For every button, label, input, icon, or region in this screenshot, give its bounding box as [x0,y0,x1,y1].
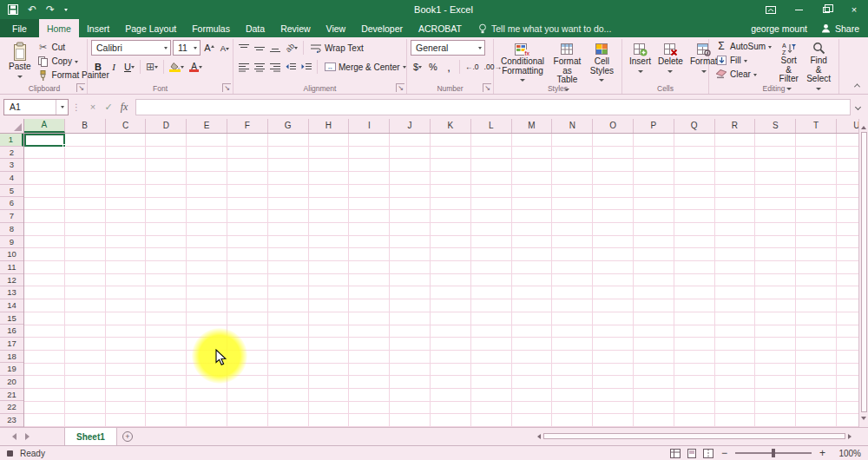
wrap-text-button[interactable]: Wrap Text [307,42,366,55]
normal-view-button[interactable] [670,449,681,458]
conditional-formatting-button[interactable]: fx ConditionalFormatting [497,40,548,86]
row-header-2[interactable]: 2 [0,147,23,160]
autosum-button[interactable]: Σ AutoSum [713,40,774,53]
row-header-3[interactable]: 3 [0,159,23,172]
orientation-button[interactable]: ab [284,40,299,56]
row-header-5[interactable]: 5 [0,185,23,198]
tab-formulas[interactable]: Formulas [184,19,238,37]
zoom-in-button[interactable]: + [818,449,827,457]
increase-decimal-button[interactable]: ←.0 [464,60,481,74]
row-header-12[interactable]: 12 [0,274,23,287]
row-header-9[interactable]: 9 [0,236,23,249]
column-header-A[interactable]: A [24,119,65,133]
middle-align-button[interactable] [253,40,266,56]
number-format-combo[interactable]: General [411,40,485,56]
column-header-J[interactable]: J [390,119,431,133]
bottom-align-button[interactable] [268,40,282,56]
user-name[interactable]: george mount [751,23,807,34]
scroll-right-arrow[interactable] [848,434,854,439]
column-header-B[interactable]: B [65,119,106,133]
comma-format-button[interactable]: , [442,59,456,75]
row-header-20[interactable]: 20 [0,376,23,389]
previous-sheet-arrow[interactable] [9,433,16,440]
column-header-C[interactable]: C [106,119,147,133]
fill-button[interactable]: Fill [713,54,774,67]
shrink-font-button[interactable]: A [218,40,232,56]
horizontal-scrollbar[interactable] [530,428,858,444]
next-sheet-arrow[interactable] [25,433,33,440]
row-header-21[interactable]: 21 [0,389,23,402]
tab-acrobat[interactable]: ACROBAT [411,19,470,37]
column-header-U[interactable]: U [837,119,858,133]
row-header-15[interactable]: 15 [0,312,23,325]
undo-icon[interactable]: ↶ [28,4,36,15]
scroll-left-arrow[interactable] [535,434,541,439]
tell-me-box[interactable]: Tell me what you want to do... [478,19,611,37]
column-header-Q[interactable]: Q [674,119,715,133]
row-header-17[interactable]: 17 [0,338,23,351]
column-header-L[interactable]: L [471,119,512,133]
collapse-ribbon-button[interactable] [851,80,863,90]
column-header-D[interactable]: D [146,119,187,133]
paste-button[interactable]: Paste [5,40,35,82]
font-name-combo[interactable]: Calibri [91,40,171,56]
row-header-11[interactable]: 11 [0,261,23,274]
formula-input[interactable] [135,99,851,115]
minimize-button[interactable] [785,0,812,19]
zoom-level[interactable]: 100% [833,449,861,458]
column-header-M[interactable]: M [512,119,553,133]
scroll-down-arrow[interactable] [861,417,866,423]
align-right-button[interactable] [268,59,282,75]
enter-entry-button[interactable]: ✓ [101,99,116,115]
sheet-tab-sheet1[interactable]: Sheet1 [64,428,117,445]
row-header-23[interactable]: 23 [0,414,23,427]
increase-indent-button[interactable] [299,59,313,75]
macro-record-button[interactable] [7,450,13,457]
tab-data[interactable]: Data [238,19,273,37]
select-all-button[interactable] [0,119,24,134]
row-header-16[interactable]: 16 [0,325,23,338]
align-center-button[interactable] [253,59,266,75]
column-header-E[interactable]: E [187,119,227,133]
grow-font-button[interactable]: A [202,40,216,56]
italic-button[interactable]: I [107,59,121,75]
cell-styles-button[interactable]: CellStyles [587,40,617,86]
top-align-button[interactable] [237,40,251,56]
expand-formula-bar-button[interactable] [851,99,865,115]
clear-button[interactable]: Clear [713,68,774,81]
borders-button[interactable]: ⊞ [144,59,160,75]
row-header-19[interactable]: 19 [0,363,23,376]
zoom-slider[interactable] [735,452,812,454]
name-box-dropdown[interactable] [56,100,68,115]
insert-cells-button[interactable]: Insert [626,40,654,77]
column-header-T[interactable]: T [796,119,837,133]
row-header-8[interactable]: 8 [0,223,23,236]
tab-insert[interactable]: Insert [79,19,117,37]
align-left-button[interactable] [237,59,251,75]
row-header-18[interactable]: 18 [0,351,23,364]
column-header-F[interactable]: F [227,119,268,133]
fill-handle[interactable] [62,144,66,148]
tab-view[interactable]: View [319,19,354,37]
zoom-slider-thumb[interactable] [772,449,775,457]
redo-icon[interactable]: ↷ [46,4,55,15]
row-header-10[interactable]: 10 [0,248,23,261]
column-header-R[interactable]: R [715,119,756,133]
save-icon[interactable] [8,4,18,15]
percent-format-button[interactable]: % [426,59,440,75]
customize-qat-icon[interactable] [64,9,68,13]
restore-button[interactable] [812,0,840,19]
row-header-6[interactable]: 6 [0,197,23,210]
tab-page-layout[interactable]: Page Layout [117,19,184,37]
delete-cells-button[interactable]: Delete [654,40,687,77]
merge-center-button[interactable]: ↔ Merge & Center [321,61,409,74]
name-box[interactable]: A1 [3,99,69,115]
column-header-O[interactable]: O [593,119,634,133]
new-sheet-button[interactable]: + [117,428,138,445]
cancel-entry-button[interactable]: × [85,99,101,115]
column-header-N[interactable]: N [552,119,593,133]
font-color-button[interactable]: A [187,59,204,75]
zoom-out-button[interactable]: − [720,449,729,457]
tab-file[interactable]: File [0,19,39,37]
column-header-K[interactable]: K [431,119,471,133]
